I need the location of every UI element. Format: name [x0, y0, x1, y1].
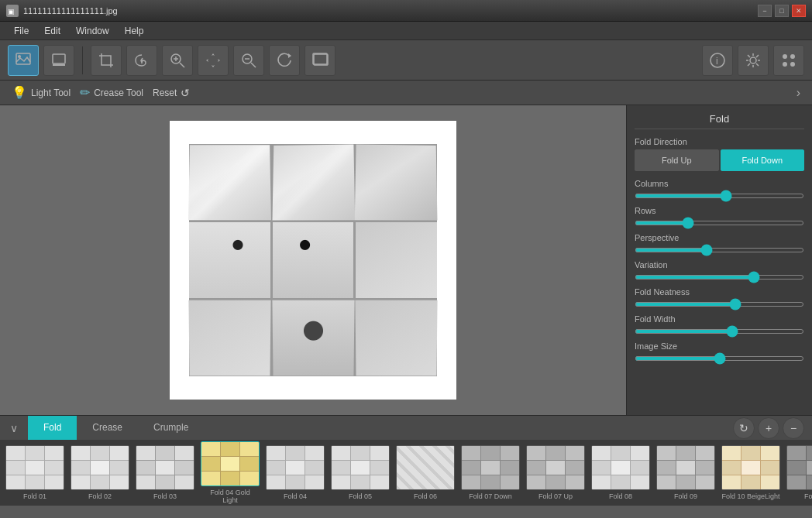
fold-down-button[interactable]: Fold Down: [721, 149, 805, 171]
rotate-tool-button[interactable]: [269, 45, 300, 76]
thumb-img-fold10-beige: [721, 445, 780, 490]
menu-edit[interactable]: Edit: [36, 22, 68, 39]
fold-direction-buttons: Fold Up Fold Down: [635, 149, 804, 171]
zoom-out-button[interactable]: [233, 45, 264, 76]
variation-slider-row: Variation: [635, 260, 804, 280]
fold-cell-7: [272, 300, 354, 376]
svg-point-19: [790, 54, 795, 59]
thumbnail-fold04-gold[interactable]: Fold 04 GoldLight: [199, 441, 261, 504]
thumbnail-fold10-beige[interactable]: Fold 10 BeigeLight: [720, 445, 782, 500]
tab-fold[interactable]: Fold: [28, 416, 77, 441]
thumbnail-fold09[interactable]: Fold 09: [655, 445, 717, 500]
svg-point-17: [750, 57, 756, 63]
menu-file[interactable]: File: [6, 22, 36, 39]
fold-cell-6: [188, 300, 270, 376]
light-icon: 💡: [12, 85, 27, 100]
image-size-label: Image Size: [635, 341, 804, 351]
image-size-slider[interactable]: [635, 356, 804, 361]
add-button[interactable]: +: [758, 417, 779, 439]
crease-tool-item[interactable]: ✏ Crease Tool: [80, 85, 143, 100]
refresh-button[interactable]: ↻: [733, 417, 755, 439]
thumbnail-fold04[interactable]: Fold 04: [264, 445, 326, 500]
svg-rect-14: [314, 54, 328, 65]
plus-icon: +: [766, 422, 772, 434]
move-tool-button[interactable]: [198, 45, 229, 76]
svg-point-3: [18, 55, 21, 58]
menu-bar: File Edit Window Help: [0, 22, 812, 40]
fold-cell-4: [273, 222, 354, 298]
crease-tool-label: Crease Tool: [94, 87, 143, 98]
tab-actions: ↻ + −: [733, 417, 812, 439]
thumb-label-fold10-beige: Fold 10 BeigeLight: [721, 492, 779, 500]
thumb-img-fold07-up: [526, 445, 585, 490]
svg-line-11: [251, 63, 256, 67]
image-size-slider-row: Image Size: [635, 341, 804, 361]
thumbnail-fold02[interactable]: Fold 02: [69, 445, 131, 500]
remove-button[interactable]: −: [783, 417, 804, 439]
maximize-button[interactable]: □: [775, 5, 789, 17]
menu-window[interactable]: Window: [68, 22, 117, 39]
svg-line-7: [180, 63, 184, 67]
crop-tool-button[interactable]: [91, 45, 122, 76]
thumb-img-fold05: [331, 445, 390, 490]
fold-up-button[interactable]: Fold Up: [635, 149, 719, 171]
rows-slider-row: Rows: [635, 206, 804, 225]
effects-button[interactable]: [773, 45, 804, 76]
lasso-tool-button[interactable]: [126, 45, 157, 76]
minimize-button[interactable]: −: [758, 5, 772, 17]
expand-button[interactable]: ∨: [0, 416, 28, 441]
svg-text:▣: ▣: [8, 8, 15, 15]
info-button[interactable]: i: [702, 45, 733, 76]
fold-grid: [189, 144, 437, 376]
thumbnail-fold01[interactable]: Fold 01: [4, 445, 66, 500]
image-tool-button[interactable]: [8, 45, 39, 76]
variation-slider[interactable]: [635, 275, 804, 280]
stamp-tool-button[interactable]: [43, 45, 74, 76]
perspective-slider[interactable]: [635, 248, 804, 252]
chevron-down-icon: ∨: [10, 422, 18, 434]
thumbnail-fold08[interactable]: Fold 08: [590, 445, 652, 500]
thumbnail-fold07-up[interactable]: Fold 07 Up: [525, 445, 587, 500]
fold-cell-5: [356, 222, 437, 298]
thumbnail-fold07-down[interactable]: Fold 07 Down: [459, 445, 521, 500]
close-button[interactable]: ✕: [792, 5, 806, 17]
thumb-label-fold10: Fold 10: [804, 492, 812, 500]
crease-icon: ✏: [80, 85, 90, 100]
thumb-img-fold01: [5, 445, 64, 490]
reset-label: Reset: [153, 87, 177, 98]
thumb-img-fold07-down: [461, 445, 520, 490]
thumb-img-fold02: [71, 445, 129, 490]
main-toolbar: i: [0, 40, 812, 81]
export-tool-button[interactable]: [304, 45, 335, 76]
menu-help[interactable]: Help: [117, 22, 152, 39]
zoom-in-button[interactable]: [162, 45, 193, 76]
rows-label: Rows: [635, 206, 804, 215]
thumb-img-fold04-gold: [201, 441, 260, 486]
thumb-label-fold04: Fold 04: [284, 492, 307, 500]
right-panel: Fold Fold Direction Fold Up Fold Down Co…: [626, 105, 812, 415]
tab-crumple[interactable]: Crumple: [138, 416, 204, 441]
thumbnail-fold10[interactable]: Fold 10: [785, 445, 812, 500]
fold-direction-label: Fold Direction: [635, 137, 804, 146]
settings-button[interactable]: [738, 45, 769, 76]
toolbar-separator-1: [82, 46, 83, 74]
thumb-img-fold09: [656, 445, 715, 490]
fold-neatness-slider[interactable]: [635, 302, 804, 307]
thumbnail-fold05[interactable]: Fold 05: [329, 445, 391, 500]
columns-slider[interactable]: [635, 194, 804, 198]
light-tool-item[interactable]: 💡 Light Tool: [12, 85, 71, 100]
thumb-label-fold01: Fold 01: [23, 492, 46, 500]
expand-arrow[interactable]: ›: [797, 86, 800, 100]
tab-crease[interactable]: Crease: [77, 416, 138, 441]
thumbnail-fold03[interactable]: Fold 03: [134, 445, 196, 500]
fold-width-slider[interactable]: [635, 329, 804, 334]
thumb-label-fold07-down: Fold 07 Down: [469, 492, 512, 500]
reset-item[interactable]: Reset ↺: [153, 87, 190, 99]
window-controls: − □ ✕: [758, 5, 806, 17]
fold-cell-1: [272, 145, 354, 221]
minus-icon: −: [790, 422, 797, 434]
thumb-img-fold08: [591, 445, 650, 490]
rows-slider[interactable]: [635, 221, 804, 225]
thumb-img-fold06: [396, 445, 455, 490]
thumbnail-fold06[interactable]: Fold 06: [394, 445, 456, 500]
